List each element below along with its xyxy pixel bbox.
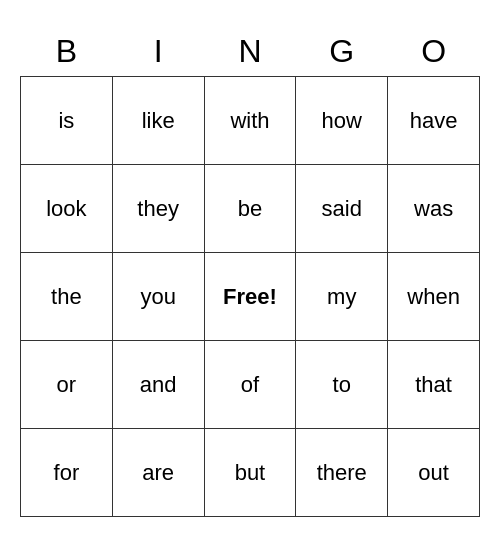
bingo-cell-4-0[interactable]: for [21,429,113,517]
bingo-cell-2-4[interactable]: when [388,253,480,341]
bingo-cell-4-4[interactable]: out [388,429,480,517]
bingo-row-2: theyouFree!mywhen [21,253,480,341]
bingo-cell-1-0[interactable]: look [21,165,113,253]
bingo-cell-1-4[interactable]: was [388,165,480,253]
bingo-row-0: islikewithhowhave [21,77,480,165]
bingo-cell-0-1[interactable]: like [112,77,204,165]
bingo-cell-1-2[interactable]: be [204,165,296,253]
bingo-cell-0-2[interactable]: with [204,77,296,165]
header-letter-b: B [21,27,113,77]
bingo-cell-0-3[interactable]: how [296,77,388,165]
bingo-card: BINGO islikewithhowhavelooktheybesaidwas… [20,27,480,518]
bingo-cell-4-3[interactable]: there [296,429,388,517]
bingo-cell-2-0[interactable]: the [21,253,113,341]
header-letter-i: I [112,27,204,77]
bingo-cell-1-3[interactable]: said [296,165,388,253]
bingo-cell-0-0[interactable]: is [21,77,113,165]
bingo-cell-3-0[interactable]: or [21,341,113,429]
header-letter-g: G [296,27,388,77]
bingo-cell-0-4[interactable]: have [388,77,480,165]
bingo-cell-2-3[interactable]: my [296,253,388,341]
bingo-cell-1-1[interactable]: they [112,165,204,253]
header-letter-o: O [388,27,480,77]
bingo-cell-3-3[interactable]: to [296,341,388,429]
bingo-row-3: orandoftothat [21,341,480,429]
bingo-cell-4-2[interactable]: but [204,429,296,517]
bingo-cell-2-2[interactable]: Free! [204,253,296,341]
bingo-header-row: BINGO [21,27,480,77]
bingo-cell-3-1[interactable]: and [112,341,204,429]
bingo-cell-4-1[interactable]: are [112,429,204,517]
bingo-cell-2-1[interactable]: you [112,253,204,341]
bingo-row-1: looktheybesaidwas [21,165,480,253]
bingo-cell-3-4[interactable]: that [388,341,480,429]
header-letter-n: N [204,27,296,77]
bingo-row-4: forarebutthereout [21,429,480,517]
bingo-cell-3-2[interactable]: of [204,341,296,429]
